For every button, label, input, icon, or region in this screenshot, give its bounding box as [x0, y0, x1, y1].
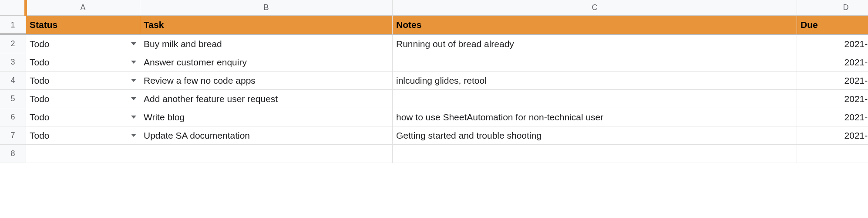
cell-a5[interactable]: Todo: [26, 90, 140, 108]
cell-a2[interactable]: Todo: [26, 35, 140, 53]
row-header-6[interactable]: 6: [0, 108, 26, 126]
cell-a4[interactable]: Todo: [26, 72, 140, 90]
cell-a6[interactable]: Todo: [26, 108, 140, 126]
cell-b7[interactable]: Update SA documentation: [140, 126, 393, 145]
cell-a7[interactable]: Todo: [26, 126, 140, 145]
cell-a1[interactable]: Status: [26, 16, 140, 35]
row-header-4[interactable]: 4: [0, 72, 26, 90]
dropdown-icon[interactable]: [131, 79, 136, 82]
cell-c4[interactable]: inlcuding glides, retool: [393, 72, 797, 90]
column-header-c[interactable]: C: [393, 0, 797, 16]
cell-c1[interactable]: Notes: [393, 16, 797, 35]
cell-b6[interactable]: Write blog: [140, 108, 393, 126]
cell-d4[interactable]: 2021-07-31: [797, 72, 868, 90]
cell-d1[interactable]: Due: [797, 16, 868, 35]
column-header-a[interactable]: A: [26, 0, 140, 16]
cell-a3[interactable]: Todo: [26, 53, 140, 72]
dropdown-icon[interactable]: [131, 134, 136, 137]
column-header-b[interactable]: B: [140, 0, 393, 16]
row-header-2[interactable]: 2: [0, 35, 26, 53]
row-header-3[interactable]: 3: [0, 53, 26, 72]
cell-d3[interactable]: 2021-07-16: [797, 53, 868, 72]
cell-d8[interactable]: [797, 145, 868, 163]
status-value: Todo: [30, 39, 50, 49]
status-value: Todo: [30, 57, 50, 68]
cell-d2[interactable]: 2021-07-15: [797, 35, 868, 53]
row-header-8[interactable]: 8: [0, 145, 26, 163]
cell-c7[interactable]: Getting started and trouble shooting: [393, 126, 797, 145]
dropdown-icon[interactable]: [131, 42, 136, 45]
cell-b1[interactable]: Task: [140, 16, 393, 35]
spreadsheet-grid: A B C D 1 Status Task Notes Due 2 Todo B…: [0, 0, 868, 163]
cell-b2[interactable]: Buy milk and bread: [140, 35, 393, 53]
cell-c5[interactable]: [393, 90, 797, 108]
cell-a8[interactable]: [26, 145, 140, 163]
cell-c8[interactable]: [393, 145, 797, 163]
row-header-7[interactable]: 7: [0, 126, 26, 145]
cell-b8[interactable]: [140, 145, 393, 163]
cell-d7[interactable]: 2021-07-31: [797, 126, 868, 145]
dropdown-icon[interactable]: [131, 97, 136, 100]
select-all-corner[interactable]: [0, 0, 26, 16]
cell-b3[interactable]: Answer customer enquiry: [140, 53, 393, 72]
dropdown-icon[interactable]: [131, 116, 136, 119]
cell-b4[interactable]: Review a few no code apps: [140, 72, 393, 90]
cell-c2[interactable]: Running out of bread already: [393, 35, 797, 53]
cell-b5[interactable]: Add another feature user request: [140, 90, 393, 108]
cell-d5[interactable]: 2021-08-15: [797, 90, 868, 108]
status-value: Todo: [30, 112, 50, 123]
cell-c6[interactable]: how to use SheetAutomation for non-techn…: [393, 108, 797, 126]
column-header-d[interactable]: D: [797, 0, 868, 16]
status-value: Todo: [30, 94, 50, 104]
row-header-5[interactable]: 5: [0, 90, 26, 108]
row-header-1[interactable]: 1: [0, 16, 26, 35]
cell-d6[interactable]: 2021-07-25: [797, 108, 868, 126]
dropdown-icon[interactable]: [131, 61, 136, 64]
status-value: Todo: [30, 75, 50, 86]
column-selection-indicator: [24, 0, 27, 16]
status-value: Todo: [30, 130, 50, 141]
cell-c3[interactable]: [393, 53, 797, 72]
